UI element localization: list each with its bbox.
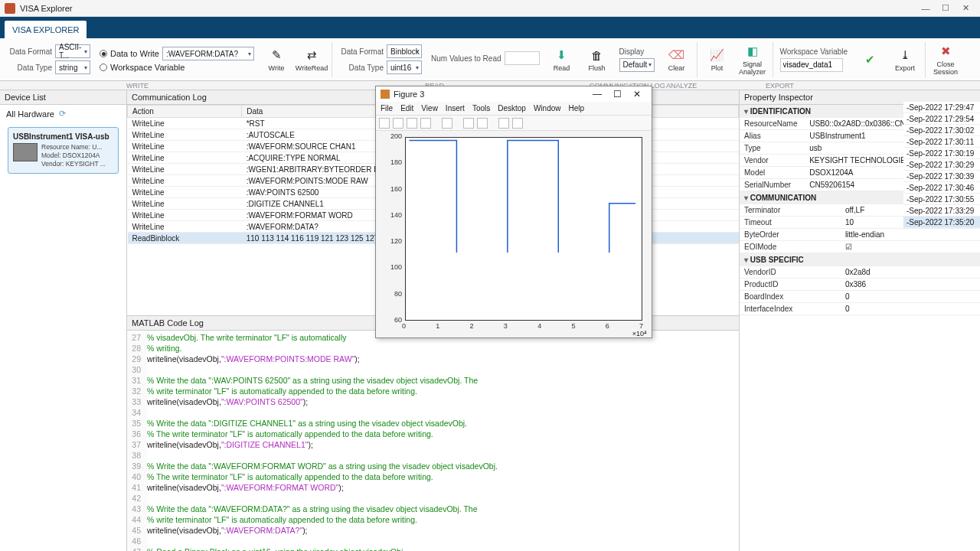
figure-menubar: FileEditViewInsertToolsDesktopWindowHelp <box>376 102 652 116</box>
radio-workspace-var[interactable] <box>100 64 107 71</box>
plot-xtick: 4 <box>537 322 541 330</box>
figure-tool-icon[interactable] <box>498 118 509 129</box>
read-icon: ⬇ <box>554 47 570 64</box>
plot-ytick: 200 <box>382 132 402 140</box>
wvar-ok-button[interactable]: ✔ <box>852 51 887 68</box>
window-maximize-icon[interactable]: ☐ <box>936 2 956 15</box>
plot-ytick: 80 <box>382 290 402 298</box>
figure-tool-icon[interactable] <box>420 118 431 129</box>
property-row[interactable]: ProductID0x386 <box>740 279 980 291</box>
figure-tool-icon[interactable] <box>477 118 488 129</box>
device-card[interactable]: USBInstrument1 VISA-usb Resource Name: U… <box>8 127 119 174</box>
figure-tool-icon[interactable] <box>442 118 452 129</box>
window-close-icon[interactable]: ✕ <box>956 2 975 15</box>
figure-maximize-icon[interactable]: ☐ <box>607 89 627 99</box>
export-icon: ⤓ <box>897 47 913 64</box>
export-button[interactable]: ⤓Export <box>887 47 923 72</box>
close-session-button[interactable]: ✖Close Session <box>928 43 963 76</box>
write-dataformat-label: Data Format <box>8 47 52 56</box>
plot-xtick: 1 <box>436 322 439 330</box>
flush-button[interactable]: 🗑Flush <box>580 47 615 72</box>
plot-ytick: 140 <box>382 211 402 219</box>
device-list-title: Device List <box>0 90 126 105</box>
clear-button[interactable]: ⌫Clear <box>659 47 694 72</box>
plot-ytick: 160 <box>382 185 402 193</box>
figure-menu-item[interactable]: Tools <box>472 104 490 112</box>
figure-close-icon[interactable]: ✕ <box>627 89 647 99</box>
figure-window[interactable]: Figure 3 — ☐ ✕ FileEditViewInsertToolsDe… <box>375 86 652 338</box>
plot-icon: 📈 <box>709 47 726 64</box>
figure-menu-item[interactable]: Edit <box>400 104 413 112</box>
app-titlebar: VISA Explorer — ☐ ✕ <box>0 0 980 17</box>
radio-data-to-write[interactable] <box>100 50 107 57</box>
figure-tool-icon[interactable] <box>379 118 390 129</box>
write-button[interactable]: ✎Write <box>259 47 294 72</box>
property-row[interactable]: VendorID0x2a8d <box>740 266 980 279</box>
figure-icon <box>381 90 390 99</box>
toolbar: Data Format ASCII-T... Data Type string … <box>0 38 980 81</box>
write-datatype-label: Data Type <box>8 64 52 72</box>
device-list-panel: Device List All Hardware ⟳ USBInstrument… <box>0 90 127 551</box>
refresh-icon[interactable]: ⟳ <box>59 109 66 119</box>
property-row[interactable]: EOIMode☑ <box>740 241 980 253</box>
figure-minimize-icon[interactable]: — <box>587 89 607 99</box>
tab-visa-explorer[interactable]: VISA EXPLORER <box>5 21 87 38</box>
export-group-label: EXPORT <box>766 82 794 90</box>
figure-tool-icon[interactable] <box>393 118 403 129</box>
plot-xtick: 5 <box>571 322 575 330</box>
check-icon: ✔ <box>861 51 878 68</box>
writeread-button[interactable]: ⇄WriteRead <box>294 47 329 72</box>
ribbon-bar: VISA EXPLORER <box>0 17 980 38</box>
read-dataformat-label: Data Format <box>339 47 384 56</box>
plot-ytick: 180 <box>382 158 402 166</box>
read-dataformat-dd[interactable]: Binblock <box>387 44 422 58</box>
window-minimize-icon[interactable]: — <box>916 2 936 15</box>
plot-ytick: 60 <box>382 316 402 324</box>
property-row[interactable]: BoardIndex0 <box>740 291 980 303</box>
code-area[interactable]: 27% visadevObj. The write terminator "LF… <box>127 331 739 551</box>
figure-toolbar <box>376 116 652 131</box>
property-row[interactable]: ByteOrderlittle-endian <box>740 229 980 241</box>
figure-menu-item[interactable]: Desktop <box>498 104 526 112</box>
write-value-dd[interactable]: :WAVEFORM:DATA? <box>162 47 254 60</box>
prop-section-header[interactable]: USB SPECIFIC <box>740 253 980 266</box>
plot-xtick: 6 <box>606 322 609 330</box>
device-image-icon <box>13 143 38 161</box>
figure-tool-icon[interactable] <box>512 118 523 129</box>
plot-x-exponent: ×10⁴ <box>632 330 647 337</box>
app-title: VISA Explorer <box>20 4 72 13</box>
numvals-input[interactable] <box>505 51 540 65</box>
figure-title: Figure 3 <box>394 90 424 99</box>
write-group-label: WRITE <box>126 82 149 90</box>
wvar-input[interactable] <box>780 58 843 72</box>
property-row[interactable]: InterfaceIndex0 <box>740 303 980 315</box>
numvals-label: Num Values to Read <box>431 54 501 63</box>
code-log-panel: MATLAB Code Log 27% visadevObj. The writ… <box>127 316 739 551</box>
figure-tool-icon[interactable] <box>463 118 474 129</box>
plot-xtick: 7 <box>639 322 643 330</box>
plot-xtick: 3 <box>504 322 508 330</box>
figure-tool-icon[interactable] <box>407 118 417 129</box>
figure-menu-item[interactable]: Help <box>569 104 585 112</box>
signal-analyzer-button[interactable]: ◧Signal Analyzer <box>735 43 770 76</box>
figure-menu-item[interactable]: File <box>381 104 393 112</box>
plot-xtick: 2 <box>470 322 474 330</box>
read-button[interactable]: ⬇Read <box>544 47 580 72</box>
signal-analyzer-icon: ◧ <box>744 43 761 60</box>
plot-axes[interactable] <box>405 137 642 321</box>
display-dd[interactable]: Default <box>619 58 655 72</box>
radio-workspace-var-label: Workspace Variable <box>110 63 185 72</box>
plot-button[interactable]: 📈Plot <box>700 47 735 72</box>
figure-menu-item[interactable]: Window <box>534 104 561 112</box>
figure-menu-item[interactable]: View <box>421 104 438 112</box>
display-label: Display <box>619 47 645 56</box>
figure-titlebar[interactable]: Figure 3 — ☐ ✕ <box>376 86 652 102</box>
write-dataformat-dd[interactable]: ASCII-T... <box>55 44 90 58</box>
read-datatype-dd[interactable]: uint16 <box>387 60 422 74</box>
device-name: USBInstrument1 VISA-usb <box>13 132 113 141</box>
all-hardware-label[interactable]: All Hardware <box>6 109 54 119</box>
read-datatype-label: Data Type <box>339 64 384 72</box>
write-datatype-dd[interactable]: string <box>55 60 90 74</box>
plot-trace <box>406 138 635 253</box>
figure-menu-item[interactable]: Insert <box>446 104 465 112</box>
